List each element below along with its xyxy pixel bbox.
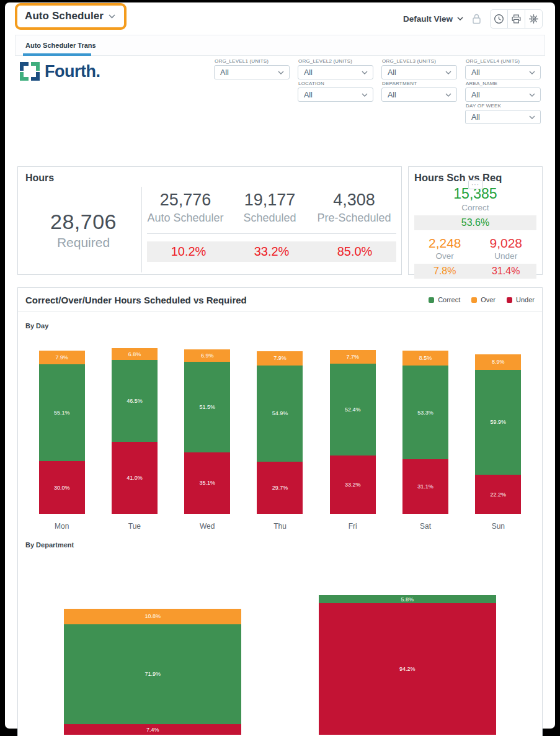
bar-segment-correct[interactable]: 46.5%	[112, 360, 158, 442]
bar-segment-correct[interactable]: 55.1%	[39, 364, 85, 461]
chevron-down-icon	[445, 71, 451, 74]
filter-zone: Fourth. ORG_LEVEL1 (UNITS)AllORG_LEVEL2 …	[5, 56, 555, 154]
legend-item-over[interactable]: Over	[471, 296, 496, 303]
filter-label: ORG_LEVEL1 (UNITS)	[215, 58, 290, 64]
kpi-auto-scheduler: 25,776 Auto Scheduler	[143, 191, 228, 225]
settings-button[interactable]	[525, 10, 542, 28]
category-label: Wed	[200, 522, 215, 530]
bar-segment-correct[interactable]: 53.3%	[402, 366, 448, 459]
chevron-down-icon	[529, 93, 535, 97]
bar-segment-under[interactable]: 7.4%	[64, 724, 241, 735]
stacked-bar: 8.9%59.9%22.2%	[475, 354, 521, 514]
stacked-bar: 5.8%94.2%	[319, 595, 496, 735]
printer-icon	[511, 14, 522, 24]
bar-segment-over[interactable]: 6.9%	[184, 349, 230, 362]
topbar-actions: Default View	[403, 2, 543, 35]
workbook-title[interactable]: Auto Scheduler	[25, 10, 104, 22]
bar-segment-under[interactable]: 22.2%	[475, 475, 521, 514]
bar-segment-under[interactable]: 35.1%	[184, 452, 230, 514]
filters-grid: ORG_LEVEL1 (UNITS)AllORG_LEVEL2 (UNITS)A…	[214, 58, 541, 125]
bar-segment-correct[interactable]: 51.5%	[184, 362, 230, 452]
filter-select[interactable]: All	[381, 65, 457, 79]
chart-legend: CorrectOverUnder	[429, 296, 535, 303]
kpi-label: Pre-Scheduled	[312, 212, 396, 225]
fourth-logo-icon	[19, 61, 41, 82]
filter-label: ORG_LEVEL3 (UNITS)	[382, 58, 457, 64]
legend-item-under[interactable]: Under	[507, 296, 535, 303]
kpi-value: 19,177	[228, 191, 312, 210]
legend-item-correct[interactable]: Correct	[429, 296, 460, 303]
bar-segment-over[interactable]: 6.8%	[112, 348, 158, 360]
bar-segment-over[interactable]: 8.5%	[402, 351, 448, 366]
print-button[interactable]	[507, 10, 525, 28]
kpi-scheduled: 19,177 Scheduled	[228, 191, 312, 225]
filter-select[interactable]: All	[214, 65, 290, 79]
chevron-down-icon	[362, 71, 368, 74]
sheet-tab-bar: Auto Scheduler Trans	[15, 35, 545, 56]
required-hours-kpi: 28,706 Required	[25, 186, 141, 274]
bar-segment-under[interactable]: 94.2%	[319, 603, 496, 735]
hours-panel: Hours 28,706 Required 25,776 Auto Schedu…	[17, 166, 402, 275]
bar-segment-correct[interactable]: 71.9%	[64, 624, 241, 725]
filter-select[interactable]: All	[381, 88, 457, 102]
bar-segment-over[interactable]: 10.8%	[64, 609, 241, 624]
bar-segment-under[interactable]: 30.0%	[39, 461, 85, 514]
bar-segment-over[interactable]: 7.9%	[257, 351, 303, 365]
over-under-percent-band: 7.8% 31.4%	[414, 264, 536, 279]
bar-segment-correct[interactable]: 52.4%	[330, 364, 376, 456]
bar-segment-under[interactable]: 41.0%	[112, 442, 158, 514]
schedule-clock-button[interactable]	[491, 10, 507, 28]
stacked-bar: 10.8%71.9%7.4%	[64, 609, 241, 735]
filter-selected-value: All	[304, 91, 313, 99]
bar-segment-correct[interactable]: 5.8%	[319, 595, 496, 603]
bar-segment-over[interactable]: 7.9%	[39, 351, 85, 364]
filter-select[interactable]: All	[465, 88, 541, 102]
correct-percent: 53.6%	[414, 217, 536, 228]
bar-segment-correct[interactable]: 54.9%	[257, 366, 303, 462]
stacked-bar: 7.7%52.4%33.2%	[330, 350, 376, 514]
chart-header: Correct/Over/Under Hours Scheduled vs Re…	[18, 288, 542, 312]
bar-segment-under[interactable]: 33.2%	[330, 456, 376, 514]
chart-body: By Day 7.9%55.1%30.0%Mon6.8%46.5%41.0%Tu…	[18, 312, 542, 736]
filter-location: LOCATIONAll	[298, 81, 373, 103]
under-percent: 31.4%	[476, 266, 537, 277]
annotation-highlight-box: Auto Scheduler	[15, 3, 127, 30]
tab-auto-scheduler-trans[interactable]: Auto Scheduler Trans	[16, 35, 106, 55]
bar-segment-under[interactable]: 29.7%	[257, 462, 303, 514]
over-value: 2,248	[414, 236, 476, 251]
kpi-percent: 10.2%	[147, 245, 230, 259]
by-day-label: By Day	[25, 312, 535, 330]
bar-column-wed: 6.9%51.5%35.1%Wed	[171, 348, 244, 530]
required-hours-label: Required	[57, 235, 110, 250]
kpi-row: Hours 28,706 Required 25,776 Auto Schedu…	[17, 166, 543, 275]
bar-column-fri: 7.7%52.4%33.2%Fri	[316, 348, 389, 530]
legend-label: Correct	[438, 296, 460, 303]
filter-selected-value: All	[471, 68, 480, 77]
bar-segment-under[interactable]: 31.1%	[402, 459, 448, 514]
filter-select[interactable]: All	[298, 65, 373, 79]
stacked-bar: 6.8%46.5%41.0%	[112, 348, 158, 514]
filter-select[interactable]: All	[465, 110, 541, 124]
panel-menu-button[interactable]: ···	[468, 180, 483, 189]
stacked-bar: 8.5%53.3%31.1%	[402, 351, 448, 514]
by-day-section: By Day 7.9%55.1%30.0%Mon6.8%46.5%41.0%Tu…	[25, 312, 535, 530]
filter-selected-value: All	[388, 91, 396, 99]
chart-panel: Correct/Over/Under Hours Scheduled vs Re…	[17, 287, 543, 736]
kpi-value: 4,308	[312, 191, 396, 210]
bar-segment-over[interactable]: 7.7%	[330, 350, 376, 364]
hours-percent-band: 10.2% 33.2% 85.0%	[147, 241, 396, 262]
hours-panel-title: Hours	[25, 173, 396, 184]
correct-percent-band: 53.6%	[414, 215, 536, 230]
bar-segment-over[interactable]: 8.9%	[475, 354, 521, 370]
filter-select[interactable]: All	[465, 65, 541, 79]
chevron-down-icon	[109, 14, 115, 19]
chart-title: Correct/Over/Under Hours Scheduled vs Re…	[25, 295, 247, 305]
view-selector[interactable]: Default View	[403, 14, 463, 24]
filter-selected-value: All	[471, 113, 480, 122]
lock-icon	[472, 13, 481, 24]
filter-select[interactable]: All	[298, 88, 373, 102]
bar-segment-correct[interactable]: 59.9%	[475, 370, 521, 475]
required-hours-value: 28,706	[50, 210, 117, 234]
filter-selected-value: All	[304, 68, 313, 77]
chevron-down-icon	[445, 93, 451, 97]
